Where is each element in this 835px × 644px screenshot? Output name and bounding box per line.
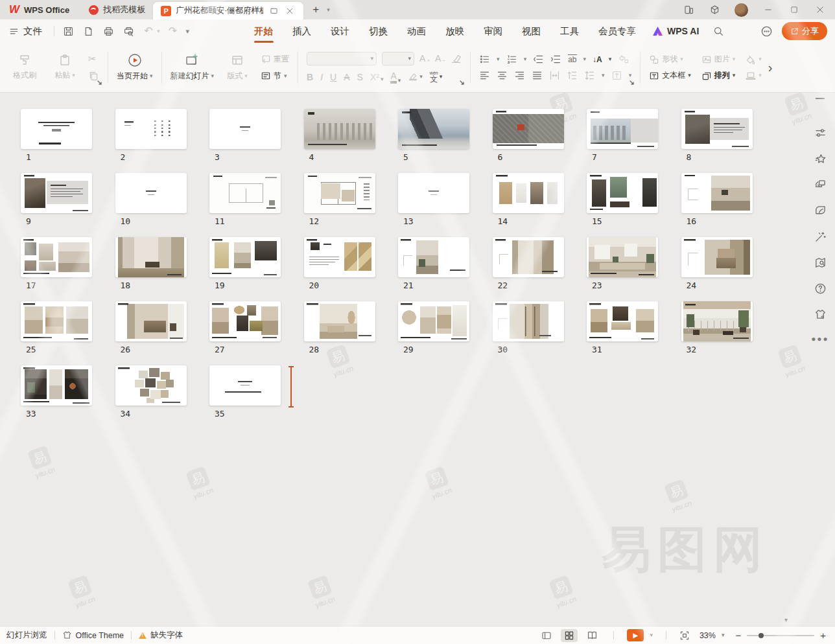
slide-thumbnail-23[interactable] xyxy=(587,237,658,277)
slide-thumbnail-13[interactable] xyxy=(398,173,469,213)
text-direction-button[interactable]: ↓A xyxy=(593,55,602,64)
wps-ai-button[interactable]: WPS AI xyxy=(653,26,699,36)
textbox-button[interactable]: 文本框▾ xyxy=(649,70,691,81)
search-button[interactable] xyxy=(713,26,724,37)
slide-thumbnail-14[interactable] xyxy=(493,173,564,213)
navigation-map-icon[interactable] xyxy=(814,257,827,269)
decrease-font-button[interactable]: A− xyxy=(435,53,445,63)
redo-icon[interactable]: ↷ xyxy=(166,24,180,38)
menu-tab-工具[interactable]: 工具 xyxy=(560,21,579,41)
float-window-icon[interactable] xyxy=(268,4,279,18)
workspace-cube-icon[interactable] xyxy=(703,1,725,18)
help-icon[interactable] xyxy=(814,282,827,295)
clear-format-icon[interactable] xyxy=(451,53,462,64)
undo-icon[interactable]: ↶ xyxy=(141,24,156,38)
tab-list-dropdown[interactable]: ▾ xyxy=(327,7,330,13)
ribbon-expand-chevron[interactable]: › xyxy=(768,60,773,75)
slide-thumbnail-35[interactable] xyxy=(209,365,281,406)
slide-thumbnail-19[interactable] xyxy=(209,237,281,277)
paragraph-settings-button[interactable] xyxy=(611,70,622,81)
start-current-page-button[interactable]: 当页开始▾ xyxy=(117,49,153,86)
zoom-dropdown[interactable]: ▾ xyxy=(722,632,725,638)
strikethrough-a-button[interactable]: A xyxy=(344,72,349,82)
menu-tab-会员专享[interactable]: 会员专享 xyxy=(598,21,636,41)
save-icon[interactable] xyxy=(61,24,75,38)
slide-thumbnail-16[interactable] xyxy=(681,173,753,213)
slide-thumbnail-21[interactable] xyxy=(398,237,469,277)
slide-thumbnail-18[interactable] xyxy=(115,237,187,277)
maximize-button[interactable] xyxy=(783,1,805,18)
align-justify-button[interactable] xyxy=(532,70,543,81)
more-circle-icon[interactable] xyxy=(760,25,773,38)
slide-thumbnail-24[interactable] xyxy=(681,237,753,277)
output-icon[interactable] xyxy=(81,24,95,38)
frame-button[interactable]: ▾ xyxy=(746,71,762,81)
menu-tab-插入[interactable]: 插入 xyxy=(292,21,311,41)
slide-thumbnail-32[interactable] xyxy=(681,301,753,341)
slide-thumbnail-26[interactable] xyxy=(115,301,187,341)
slide-sorter-view-button[interactable] xyxy=(561,629,578,642)
slide-thumbnail-31[interactable] xyxy=(587,301,658,341)
menu-tab-开始[interactable]: 开始 xyxy=(254,21,273,41)
zoom-level[interactable]: 33% xyxy=(700,631,716,640)
slideshow-play-button[interactable]: ▶ xyxy=(627,629,644,641)
increase-font-button[interactable]: A+ xyxy=(419,53,430,63)
distribute-button[interactable] xyxy=(549,70,560,81)
new-slide-button[interactable]: 新建幻灯片▾ xyxy=(171,49,215,86)
share-button[interactable]: 分享 xyxy=(782,22,827,40)
menu-tab-视图[interactable]: 视图 xyxy=(522,21,541,41)
more-tools-icon[interactable]: ●●● xyxy=(811,334,829,343)
tab-docer[interactable]: 找稻壳模板 xyxy=(81,0,153,19)
reset-button[interactable]: 重置 xyxy=(261,54,289,65)
tab-document[interactable]: P 广州花都颐安·俪都府样板房室 xyxy=(153,2,303,19)
slide-sorter-canvas[interactable]: 易yitu.cn 易yitu.cn 易yitu.cn 易yitu.cn 易yit… xyxy=(0,93,835,626)
slide-thumbnail-8[interactable] xyxy=(681,109,753,149)
menu-tab-动画[interactable]: 动画 xyxy=(407,21,426,41)
underline-button[interactable]: U xyxy=(330,72,336,82)
menu-tab-设计[interactable]: 设计 xyxy=(331,21,349,41)
format-painter-button[interactable]: 格式刷 xyxy=(8,49,41,86)
numbering-button[interactable] xyxy=(506,54,517,65)
skin-theme-icon[interactable] xyxy=(814,308,827,321)
collapse-handle[interactable] xyxy=(816,98,825,99)
layout-button[interactable]: 版式▾ xyxy=(220,49,254,86)
reading-view-button[interactable] xyxy=(583,629,600,642)
print-icon[interactable] xyxy=(101,24,115,38)
missing-font-button[interactable]: 缺失字体 xyxy=(139,630,183,641)
close-tab-icon[interactable] xyxy=(284,4,296,18)
slideshow-play-dropdown[interactable]: ▾ xyxy=(650,632,653,638)
slide-thumbnail-15[interactable] xyxy=(587,173,658,213)
zoom-slider[interactable] xyxy=(747,635,814,636)
font-size-combobox[interactable]: ▾ xyxy=(382,52,414,65)
device-sync-icon[interactable] xyxy=(677,1,700,18)
line-spacing-button[interactable] xyxy=(584,70,595,81)
slide-thumbnail-4[interactable] xyxy=(304,109,375,149)
close-window-button[interactable] xyxy=(809,1,831,18)
pinyin-guide-button[interactable]: wén文▾ xyxy=(430,71,442,83)
section-button[interactable]: 节▾ xyxy=(261,71,289,82)
font-expander-icon[interactable] xyxy=(460,80,465,86)
char-spacing-button[interactable]: ab xyxy=(568,54,576,64)
slide-thumbnail-9[interactable] xyxy=(21,173,92,213)
clipboard-expander-icon[interactable] xyxy=(97,80,102,86)
slide-thumbnail-20[interactable] xyxy=(304,237,375,277)
scroll-down-arrow[interactable]: ▾ xyxy=(784,616,788,623)
slide-thumbnail-6[interactable] xyxy=(493,109,564,149)
font-color-button[interactable]: A▾ xyxy=(390,71,401,84)
fill-color-button[interactable]: ▾ xyxy=(746,54,762,65)
print-preview-icon[interactable] xyxy=(121,24,135,38)
user-avatar[interactable] xyxy=(735,3,748,17)
picture-button[interactable]: 图片▾ xyxy=(701,54,736,65)
slide-thumbnail-1[interactable] xyxy=(21,109,92,149)
theme-button[interactable]: Office Theme xyxy=(62,630,124,640)
quickbar-dropdown[interactable]: ▾ xyxy=(186,28,190,35)
copy-style-icon[interactable] xyxy=(814,179,827,191)
slide-thumbnail-27[interactable] xyxy=(209,301,281,341)
cut-icon[interactable]: ✂ xyxy=(88,53,99,65)
decrease-indent-button[interactable] xyxy=(533,54,544,65)
line-spacing-up-button[interactable] xyxy=(567,70,578,81)
app-tab[interactable]: W WPS Office xyxy=(0,3,81,16)
slide-thumbnail-17[interactable] xyxy=(21,237,92,277)
slide-thumbnail-7[interactable] xyxy=(587,109,658,149)
slide-thumbnail-29[interactable] xyxy=(398,301,469,341)
